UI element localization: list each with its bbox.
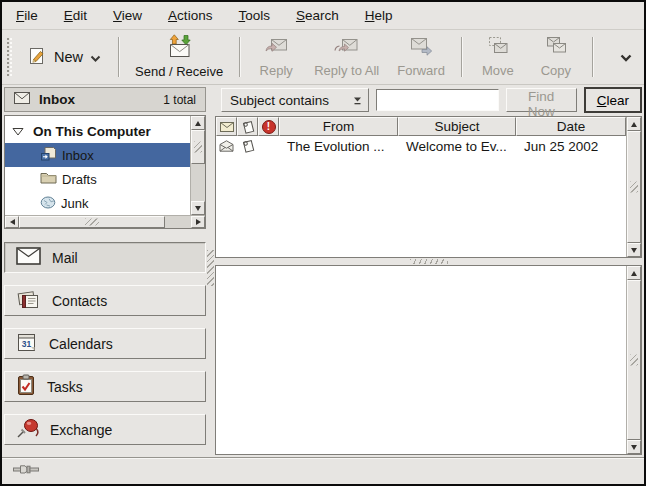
- message-list-scrollbar[interactable]: [626, 117, 641, 257]
- tree-item-junk[interactable]: Junk: [5, 191, 190, 215]
- toolbar-separator: [592, 37, 593, 77]
- status-bar: [2, 457, 644, 484]
- send-receive-label: Send / Receive: [135, 64, 223, 79]
- reply-button[interactable]: Reply: [247, 32, 305, 83]
- toolbar: New Send / Receive: [2, 30, 644, 85]
- column-header-subject[interactable]: Subject: [398, 117, 516, 136]
- clear-button[interactable]: Clear: [584, 87, 642, 113]
- switcher-calendars-button[interactable]: 31 Calendars: [4, 328, 206, 359]
- chevron-down-icon: [90, 49, 101, 65]
- scrollbar-thumb[interactable]: [19, 216, 165, 228]
- open-envelope-icon: [219, 140, 234, 152]
- pane-splitter-vertical[interactable]: [206, 87, 215, 457]
- search-criteria-dropdown[interactable]: Subject contains: [221, 88, 369, 112]
- message-list: ! From Subject Date: [215, 116, 642, 258]
- tree-root-on-this-computer[interactable]: On This Computer: [5, 119, 190, 143]
- copy-icon: [543, 35, 569, 60]
- switcher-tasks-button[interactable]: Tasks: [4, 371, 206, 402]
- menu-edit[interactable]: Edit: [51, 3, 100, 28]
- attachment-icon: [241, 139, 255, 153]
- svg-text:31: 31: [22, 338, 32, 348]
- tree-scrollbar-vertical[interactable]: [190, 116, 205, 215]
- menu-search[interactable]: Search: [283, 3, 352, 28]
- scrollbar-thumb[interactable]: [627, 131, 641, 243]
- left-pane: Inbox 1 total On This Computer: [4, 87, 206, 457]
- preview-content[interactable]: [216, 266, 626, 454]
- scrollbar-track[interactable]: [191, 130, 205, 201]
- preview-scrollbar[interactable]: [626, 266, 641, 454]
- scrollbar-thumb[interactable]: [627, 280, 641, 440]
- menu-view[interactable]: View: [100, 3, 155, 28]
- attachment-icon: [241, 120, 255, 134]
- search-criteria-value: Subject contains: [230, 93, 329, 108]
- pane-splitter-horizontal[interactable]: [215, 258, 642, 265]
- column-header-priority[interactable]: !: [258, 117, 279, 136]
- toolbar-separator: [461, 37, 462, 77]
- menu-actions[interactable]: Actions: [155, 3, 225, 28]
- scrollbar-track[interactable]: [627, 131, 641, 243]
- switcher-contacts-button[interactable]: Contacts: [4, 285, 206, 316]
- scroll-right-button[interactable]: [191, 216, 205, 228]
- scroll-up-button[interactable]: [627, 117, 641, 131]
- reply-icon: [263, 35, 290, 60]
- column-header-from[interactable]: From: [279, 117, 398, 136]
- column-header-date[interactable]: Date: [516, 117, 626, 136]
- switcher-exchange-button[interactable]: Exchange: [4, 414, 206, 445]
- forward-button[interactable]: Forward: [388, 32, 454, 83]
- send-receive-icon: [166, 33, 193, 61]
- tree-item-label: Junk: [61, 196, 88, 211]
- copy-button[interactable]: Copy: [527, 32, 585, 83]
- splitter-grip: [207, 250, 214, 286]
- scrollbar-thumb[interactable]: [191, 130, 205, 164]
- switcher-mail-button[interactable]: Mail: [4, 242, 206, 273]
- forward-icon: [408, 35, 435, 60]
- search-bar: Subject contains Find Now Clear: [215, 87, 642, 113]
- search-input[interactable]: [376, 89, 499, 111]
- scroll-down-button[interactable]: [191, 201, 205, 215]
- reply-label: Reply: [260, 63, 293, 78]
- forward-label: Forward: [397, 63, 445, 78]
- folder-header: Inbox 1 total: [4, 87, 206, 112]
- switcher-label: Calendars: [49, 336, 113, 352]
- find-now-button[interactable]: Find Now: [506, 88, 577, 112]
- mail-icon: [16, 247, 41, 268]
- message-subject: Welcome to Ev...: [398, 139, 516, 154]
- dropdown-arrow-icon: [353, 96, 362, 105]
- scroll-down-button[interactable]: [627, 440, 641, 454]
- splitter-grip: [410, 259, 448, 264]
- closed-envelope-icon: [220, 122, 234, 132]
- scrollbar-track[interactable]: [627, 280, 641, 440]
- new-button[interactable]: New: [17, 40, 111, 75]
- chevron-down-icon: [620, 50, 632, 65]
- scroll-down-button[interactable]: [627, 243, 641, 257]
- tree-scrollbar-horizontal[interactable]: [5, 215, 205, 228]
- switcher-label: Mail: [52, 250, 78, 266]
- scroll-up-button[interactable]: [627, 266, 641, 280]
- switcher-label: Exchange: [50, 422, 112, 438]
- menu-tools[interactable]: Tools: [225, 3, 283, 28]
- scroll-up-button[interactable]: [191, 116, 205, 130]
- expander-icon[interactable]: [12, 124, 24, 139]
- tasks-icon: [16, 374, 36, 399]
- move-button[interactable]: Move: [469, 32, 527, 83]
- reply-to-all-button[interactable]: Reply to All: [305, 32, 388, 83]
- new-message-icon: [27, 46, 47, 69]
- tree-item-drafts[interactable]: Drafts: [5, 167, 190, 191]
- new-button-label: New: [54, 49, 83, 65]
- send-receive-button[interactable]: Send / Receive: [126, 30, 232, 84]
- column-header-attachment[interactable]: [237, 117, 258, 136]
- exchange-plug-icon: [16, 417, 39, 442]
- message-list-header: ! From Subject Date: [216, 117, 626, 136]
- menu-help[interactable]: Help: [352, 3, 406, 28]
- scroll-left-button[interactable]: [5, 216, 19, 228]
- toolbar-overflow-button[interactable]: [614, 46, 638, 69]
- menu-file[interactable]: File: [3, 3, 51, 28]
- column-header-message-status[interactable]: [216, 117, 237, 136]
- reply-to-all-label: Reply to All: [314, 63, 379, 78]
- folder-message-count: 1 total: [163, 93, 196, 107]
- message-row[interactable]: The Evolution ... Welcome to Ev... Jun 2…: [216, 136, 626, 156]
- scrollbar-track[interactable]: [19, 216, 191, 228]
- toolbar-grip[interactable]: [7, 38, 12, 76]
- tree-item-inbox[interactable]: Inbox: [5, 143, 190, 167]
- online-status-plug-icon[interactable]: [13, 463, 40, 479]
